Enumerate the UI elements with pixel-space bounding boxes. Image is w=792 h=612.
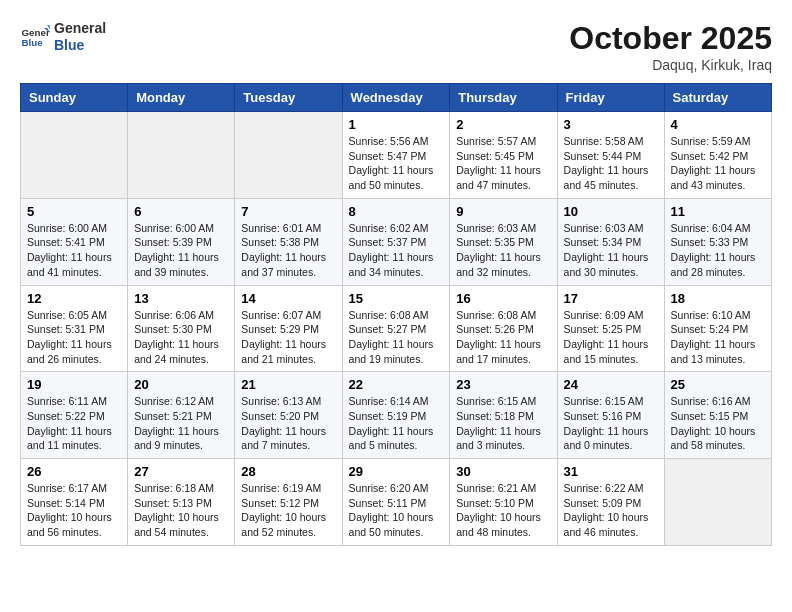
day-info: Sunrise: 6:22 AM Sunset: 5:09 PM Dayligh… <box>564 481 658 540</box>
calendar-cell: 15Sunrise: 6:08 AM Sunset: 5:27 PM Dayli… <box>342 285 450 372</box>
calendar-cell: 29Sunrise: 6:20 AM Sunset: 5:11 PM Dayli… <box>342 459 450 546</box>
day-number: 27 <box>134 464 228 479</box>
day-info: Sunrise: 6:00 AM Sunset: 5:39 PM Dayligh… <box>134 221 228 280</box>
day-number: 13 <box>134 291 228 306</box>
day-info: Sunrise: 6:20 AM Sunset: 5:11 PM Dayligh… <box>349 481 444 540</box>
day-number: 2 <box>456 117 550 132</box>
day-info: Sunrise: 6:01 AM Sunset: 5:38 PM Dayligh… <box>241 221 335 280</box>
day-number: 12 <box>27 291 121 306</box>
calendar-cell: 16Sunrise: 6:08 AM Sunset: 5:26 PM Dayli… <box>450 285 557 372</box>
day-info: Sunrise: 5:59 AM Sunset: 5:42 PM Dayligh… <box>671 134 765 193</box>
day-info: Sunrise: 6:18 AM Sunset: 5:13 PM Dayligh… <box>134 481 228 540</box>
weekday-header-thursday: Thursday <box>450 84 557 112</box>
day-number: 23 <box>456 377 550 392</box>
calendar-cell: 7Sunrise: 6:01 AM Sunset: 5:38 PM Daylig… <box>235 198 342 285</box>
calendar-cell: 2Sunrise: 5:57 AM Sunset: 5:45 PM Daylig… <box>450 112 557 199</box>
calendar-cell: 20Sunrise: 6:12 AM Sunset: 5:21 PM Dayli… <box>128 372 235 459</box>
calendar-cell: 22Sunrise: 6:14 AM Sunset: 5:19 PM Dayli… <box>342 372 450 459</box>
day-info: Sunrise: 6:19 AM Sunset: 5:12 PM Dayligh… <box>241 481 335 540</box>
day-info: Sunrise: 6:12 AM Sunset: 5:21 PM Dayligh… <box>134 394 228 453</box>
day-number: 31 <box>564 464 658 479</box>
day-number: 17 <box>564 291 658 306</box>
logo-line2: Blue <box>54 37 106 54</box>
day-number: 3 <box>564 117 658 132</box>
month-title: October 2025 <box>569 20 772 57</box>
day-number: 28 <box>241 464 335 479</box>
calendar-table: SundayMondayTuesdayWednesdayThursdayFrid… <box>20 83 772 546</box>
day-number: 16 <box>456 291 550 306</box>
day-number: 25 <box>671 377 765 392</box>
calendar-cell: 12Sunrise: 6:05 AM Sunset: 5:31 PM Dayli… <box>21 285 128 372</box>
day-number: 5 <box>27 204 121 219</box>
day-number: 6 <box>134 204 228 219</box>
day-info: Sunrise: 6:15 AM Sunset: 5:18 PM Dayligh… <box>456 394 550 453</box>
day-number: 18 <box>671 291 765 306</box>
weekday-header-sunday: Sunday <box>21 84 128 112</box>
day-info: Sunrise: 6:21 AM Sunset: 5:10 PM Dayligh… <box>456 481 550 540</box>
day-number: 1 <box>349 117 444 132</box>
day-info: Sunrise: 6:14 AM Sunset: 5:19 PM Dayligh… <box>349 394 444 453</box>
weekday-header-tuesday: Tuesday <box>235 84 342 112</box>
week-row-4: 19Sunrise: 6:11 AM Sunset: 5:22 PM Dayli… <box>21 372 772 459</box>
day-info: Sunrise: 6:04 AM Sunset: 5:33 PM Dayligh… <box>671 221 765 280</box>
day-info: Sunrise: 6:08 AM Sunset: 5:26 PM Dayligh… <box>456 308 550 367</box>
day-info: Sunrise: 5:57 AM Sunset: 5:45 PM Dayligh… <box>456 134 550 193</box>
week-row-1: 1Sunrise: 5:56 AM Sunset: 5:47 PM Daylig… <box>21 112 772 199</box>
calendar-cell: 6Sunrise: 6:00 AM Sunset: 5:39 PM Daylig… <box>128 198 235 285</box>
day-number: 4 <box>671 117 765 132</box>
calendar-cell <box>664 459 771 546</box>
day-info: Sunrise: 6:06 AM Sunset: 5:30 PM Dayligh… <box>134 308 228 367</box>
day-number: 20 <box>134 377 228 392</box>
calendar-cell: 23Sunrise: 6:15 AM Sunset: 5:18 PM Dayli… <box>450 372 557 459</box>
weekday-header-saturday: Saturday <box>664 84 771 112</box>
calendar-cell: 21Sunrise: 6:13 AM Sunset: 5:20 PM Dayli… <box>235 372 342 459</box>
calendar-cell <box>235 112 342 199</box>
week-row-5: 26Sunrise: 6:17 AM Sunset: 5:14 PM Dayli… <box>21 459 772 546</box>
day-info: Sunrise: 6:09 AM Sunset: 5:25 PM Dayligh… <box>564 308 658 367</box>
day-info: Sunrise: 6:03 AM Sunset: 5:35 PM Dayligh… <box>456 221 550 280</box>
calendar-cell: 28Sunrise: 6:19 AM Sunset: 5:12 PM Dayli… <box>235 459 342 546</box>
calendar-cell: 10Sunrise: 6:03 AM Sunset: 5:34 PM Dayli… <box>557 198 664 285</box>
day-number: 19 <box>27 377 121 392</box>
day-info: Sunrise: 6:13 AM Sunset: 5:20 PM Dayligh… <box>241 394 335 453</box>
day-info: Sunrise: 5:56 AM Sunset: 5:47 PM Dayligh… <box>349 134 444 193</box>
weekday-header-row: SundayMondayTuesdayWednesdayThursdayFrid… <box>21 84 772 112</box>
day-info: Sunrise: 6:16 AM Sunset: 5:15 PM Dayligh… <box>671 394 765 453</box>
calendar-cell <box>21 112 128 199</box>
calendar-cell: 31Sunrise: 6:22 AM Sunset: 5:09 PM Dayli… <box>557 459 664 546</box>
calendar-cell: 18Sunrise: 6:10 AM Sunset: 5:24 PM Dayli… <box>664 285 771 372</box>
weekday-header-friday: Friday <box>557 84 664 112</box>
day-info: Sunrise: 6:15 AM Sunset: 5:16 PM Dayligh… <box>564 394 658 453</box>
calendar-cell: 5Sunrise: 6:00 AM Sunset: 5:41 PM Daylig… <box>21 198 128 285</box>
day-info: Sunrise: 5:58 AM Sunset: 5:44 PM Dayligh… <box>564 134 658 193</box>
calendar-cell: 1Sunrise: 5:56 AM Sunset: 5:47 PM Daylig… <box>342 112 450 199</box>
calendar-cell: 27Sunrise: 6:18 AM Sunset: 5:13 PM Dayli… <box>128 459 235 546</box>
day-number: 7 <box>241 204 335 219</box>
day-number: 9 <box>456 204 550 219</box>
day-info: Sunrise: 6:17 AM Sunset: 5:14 PM Dayligh… <box>27 481 121 540</box>
day-info: Sunrise: 6:11 AM Sunset: 5:22 PM Dayligh… <box>27 394 121 453</box>
day-number: 24 <box>564 377 658 392</box>
calendar-cell: 4Sunrise: 5:59 AM Sunset: 5:42 PM Daylig… <box>664 112 771 199</box>
svg-text:Blue: Blue <box>22 37 44 48</box>
day-info: Sunrise: 6:00 AM Sunset: 5:41 PM Dayligh… <box>27 221 121 280</box>
day-number: 15 <box>349 291 444 306</box>
calendar-cell: 30Sunrise: 6:21 AM Sunset: 5:10 PM Dayli… <box>450 459 557 546</box>
calendar-cell: 11Sunrise: 6:04 AM Sunset: 5:33 PM Dayli… <box>664 198 771 285</box>
day-info: Sunrise: 6:03 AM Sunset: 5:34 PM Dayligh… <box>564 221 658 280</box>
title-block: October 2025 Daquq, Kirkuk, Iraq <box>569 20 772 73</box>
day-info: Sunrise: 6:07 AM Sunset: 5:29 PM Dayligh… <box>241 308 335 367</box>
calendar-cell: 14Sunrise: 6:07 AM Sunset: 5:29 PM Dayli… <box>235 285 342 372</box>
calendar-cell: 25Sunrise: 6:16 AM Sunset: 5:15 PM Dayli… <box>664 372 771 459</box>
calendar-cell <box>128 112 235 199</box>
logo: General Blue General Blue <box>20 20 106 54</box>
calendar-cell: 26Sunrise: 6:17 AM Sunset: 5:14 PM Dayli… <box>21 459 128 546</box>
week-row-3: 12Sunrise: 6:05 AM Sunset: 5:31 PM Dayli… <box>21 285 772 372</box>
calendar-cell: 24Sunrise: 6:15 AM Sunset: 5:16 PM Dayli… <box>557 372 664 459</box>
day-number: 11 <box>671 204 765 219</box>
weekday-header-monday: Monday <box>128 84 235 112</box>
calendar-cell: 17Sunrise: 6:09 AM Sunset: 5:25 PM Dayli… <box>557 285 664 372</box>
day-info: Sunrise: 6:05 AM Sunset: 5:31 PM Dayligh… <box>27 308 121 367</box>
day-number: 21 <box>241 377 335 392</box>
day-info: Sunrise: 6:08 AM Sunset: 5:27 PM Dayligh… <box>349 308 444 367</box>
